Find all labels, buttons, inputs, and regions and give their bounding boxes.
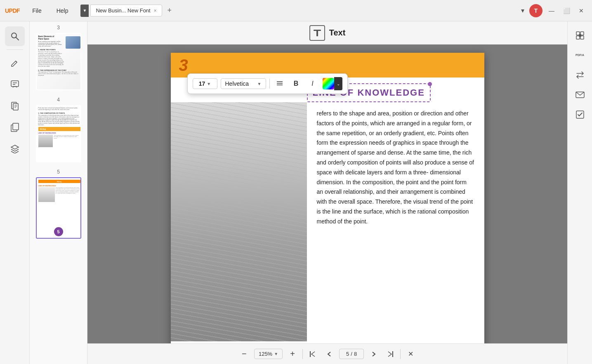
architecture-image: [171, 102, 307, 341]
align-button[interactable]: [273, 77, 286, 90]
main-area: 3 Basic Elements ofPlane Space As art co…: [0, 21, 592, 364]
sidebar-edit[interactable]: [5, 53, 25, 73]
page-document: 3 17 ▼ Helvetica ▼: [171, 53, 484, 343]
first-page-btn[interactable]: [306, 348, 319, 361]
bold-button[interactable]: B: [290, 77, 303, 90]
current-page: 5: [346, 351, 349, 357]
pdfa-icon-btn[interactable]: PDF/A: [571, 46, 589, 64]
check-icon-btn[interactable]: [571, 106, 589, 124]
align-icon: [276, 80, 283, 87]
annotate-icon: [10, 80, 19, 89]
svg-line-1: [16, 37, 19, 40]
color-control[interactable]: ⌄: [323, 77, 342, 90]
maximize-btn[interactable]: ⬜: [561, 5, 572, 16]
svg-rect-23: [579, 34, 581, 37]
current-tab[interactable]: New Busin... New Font ×: [90, 5, 162, 16]
next-page-btn[interactable]: [367, 348, 380, 361]
color-gradient: [323, 78, 334, 89]
copy-icon: [10, 123, 19, 132]
top-toolbar: Text: [87, 21, 567, 45]
handle-tr[interactable]: [428, 82, 432, 86]
prev-page-icon: [325, 350, 333, 358]
thumbnail-page-3[interactable]: Basic Elements ofPlane Space As art cont…: [36, 33, 81, 90]
doc-section-number: 3: [179, 56, 188, 75]
font-size-control[interactable]: 17 ▼: [193, 78, 217, 89]
email-icon: [575, 90, 585, 100]
svg-rect-11: [13, 123, 19, 130]
close-navigation-btn[interactable]: ✕: [404, 348, 417, 361]
body-text-content: refers to the shape and area, position o…: [317, 109, 474, 227]
next-page-icon: [370, 350, 377, 358]
thumbnail-page-5[interactable]: String LINE OF KNOWLEDGE The composition…: [36, 177, 81, 239]
page-view[interactable]: 3 17 ▼ Helvetica ▼: [87, 45, 567, 343]
bottom-sep-2: [400, 349, 401, 359]
bottom-toolbar: − 125% ▼ + 5 / 8: [87, 343, 567, 364]
email-icon-btn[interactable]: [571, 86, 589, 104]
layers-icon: [10, 144, 19, 153]
thumbnail-page-4[interactable]: Points also have contrast and substantia…: [36, 105, 81, 162]
font-name-dropdown[interactable]: ▼: [257, 82, 262, 86]
menu-help[interactable]: Help: [51, 5, 74, 16]
titlebar: UPDF File Help ▼ New Busin... New Font ×…: [0, 0, 592, 21]
sidebar-divider-1: [7, 49, 23, 50]
minimize-btn[interactable]: —: [546, 5, 557, 16]
svg-rect-2: [11, 81, 19, 87]
menu-file[interactable]: File: [26, 5, 47, 16]
pages-icon: [10, 101, 19, 110]
text-tool-label: Text: [309, 25, 346, 41]
font-name-control[interactable]: Helvetica ▼: [221, 78, 266, 89]
tab-area: ▼ New Busin... New Font × +: [80, 5, 516, 17]
sidebar-pages[interactable]: [5, 96, 25, 116]
sidebar-layers[interactable]: [5, 139, 25, 159]
last-page-icon: [387, 350, 394, 358]
content-area: Text 3 17 ▼: [87, 21, 567, 364]
last-page-btn[interactable]: [384, 348, 397, 361]
page-3-number: 3: [57, 25, 60, 31]
font-size-dropdown[interactable]: ▼: [207, 82, 211, 86]
convert-icon-btn[interactable]: [571, 66, 589, 84]
svg-rect-6: [13, 103, 18, 110]
prev-page-btn[interactable]: [323, 348, 336, 361]
doc-content: refers to the shape and area, position o…: [171, 102, 484, 343]
doc-right-text: refers to the shape and area, position o…: [307, 102, 484, 341]
text-format-toolbar: 17 ▼ Helvetica ▼: [187, 73, 348, 94]
right-sidebar: PDF/A: [567, 21, 592, 364]
new-tab-btn[interactable]: +: [164, 5, 175, 16]
thumbnail-panel: 3 Basic Elements ofPlane Space As art co…: [30, 21, 87, 364]
page-5-badge: 5: [54, 227, 63, 236]
bottom-sep-1: [302, 349, 303, 359]
updf-logo: UPDF: [5, 7, 20, 14]
fmt-sep-1: [269, 79, 270, 89]
more-tabs-btn[interactable]: ▾: [519, 5, 526, 16]
page-indicator: 5 / 8: [339, 349, 364, 359]
zoom-dropdown-arrow[interactable]: ▼: [274, 352, 278, 356]
thumb-group-3: 3 Basic Elements ofPlane Space As art co…: [33, 25, 84, 90]
zoom-level-value: 125%: [259, 351, 272, 357]
user-avatar[interactable]: T: [529, 4, 542, 17]
text-label: Text: [329, 28, 346, 38]
page-separator: /: [351, 351, 352, 357]
search-icon: [10, 32, 19, 41]
sidebar-copy[interactable]: [5, 117, 25, 137]
italic-button[interactable]: I: [306, 77, 319, 90]
color-dropdown-btn[interactable]: ⌄: [334, 77, 342, 90]
zoom-out-btn[interactable]: −: [238, 348, 251, 361]
sidebar-search[interactable]: [5, 26, 25, 46]
tab-title: New Busin... New Font: [96, 7, 150, 14]
zoom-level-control[interactable]: 125% ▼: [254, 349, 283, 359]
close-btn[interactable]: ✕: [575, 5, 587, 16]
tab-close-btn[interactable]: ×: [154, 8, 157, 14]
check-icon: [575, 110, 585, 120]
sidebar-annotate[interactable]: [5, 75, 25, 94]
zoom-in-btn[interactable]: +: [286, 348, 299, 361]
ocr-icon-btn[interactable]: [571, 26, 589, 45]
svg-rect-13: [316, 30, 318, 36]
tab-dropdown-btn[interactable]: ▼: [80, 5, 89, 17]
text-selection-area: 17 ▼ Helvetica ▼: [171, 77, 484, 102]
text-tool-icon: [309, 25, 325, 41]
page-4-number: 4: [57, 97, 60, 103]
first-page-icon: [309, 350, 316, 358]
font-size-value: 17: [199, 80, 205, 87]
page-5-number: 5: [57, 169, 60, 175]
doc-left-image: [171, 102, 307, 341]
